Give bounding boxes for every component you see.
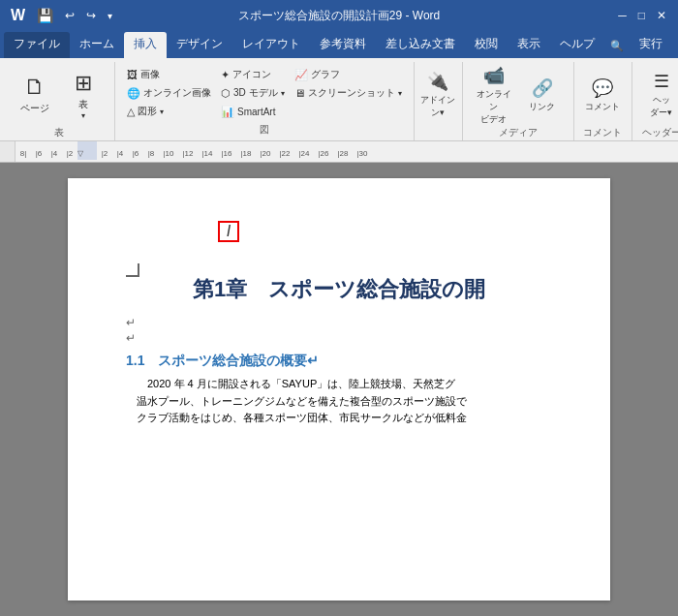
ribbon-group-pages: 🗋 ページ ⊞ 表 ▾ 表 — [4, 62, 115, 140]
comment-label: コメント — [585, 101, 620, 113]
illustrations-col1: 🖼 画像 🌐 オンライン画像 △ 図形 ▾ — [123, 66, 215, 120]
tab-insert[interactable]: 挿入 — [124, 32, 167, 58]
ribbon-group-addins-content: 🔌 アドインン▾ — [415, 62, 461, 135]
screenshot-icon: 🖥 — [294, 87, 305, 99]
ruler-mark: |18 — [236, 149, 256, 160]
body-text-line1: 2020 年 4 月に開設される「SAYUP」は、陸上競技場、天然芝グ — [126, 376, 552, 393]
ribbon-group-media: 📹 オンラインビデオ 🔗 リンク メディア — [463, 62, 574, 140]
shape-icon: △ — [127, 106, 135, 118]
ribbon-group-illustrations-label: 図 — [123, 121, 406, 140]
ruler-mark: |12 — [178, 149, 198, 160]
ribbon-group-comment-content: 💬 コメント — [579, 62, 626, 124]
chapter-heading[interactable]: 第1章 スポーツ総合施設の開 — [126, 275, 552, 304]
title-bar-left: W 💾 ↩ ↪ ▾ — [8, 5, 115, 26]
save-icon[interactable]: 💾 — [34, 6, 56, 25]
ruler-mark: |2 — [97, 149, 112, 160]
maximize-btn[interactable]: □ — [634, 9, 649, 22]
ribbon-group-header-label: ヘッダー — [640, 124, 678, 143]
title-bar-controls: ─ □ ✕ — [614, 9, 670, 22]
ribbon-group-comment: 💬 コメント コメント — [574, 62, 632, 140]
tab-mailings[interactable]: 差し込み文書 — [376, 32, 465, 58]
shape-label: 図形 — [138, 105, 157, 118]
ruler-scale: 8| |6 |4 |2 ▽ |2 |4 |6 |8 |10 |12 |14 |1… — [15, 141, 678, 162]
online-image-icon: 🌐 — [127, 87, 140, 100]
paragraph-mark-2: ↵ — [126, 331, 552, 345]
ribbon-group-header-content: ☰ ヘッダー▾ — [638, 62, 678, 124]
ruler-mark: |2 — [62, 149, 77, 160]
screenshot-label: スクリーンショット — [308, 86, 395, 100]
3d-label: 3D モデル — [233, 86, 278, 100]
online-image-btn[interactable]: 🌐 オンライン画像 — [123, 84, 215, 102]
link-icon: 🔗 — [532, 77, 553, 99]
tab-review[interactable]: 校閲 — [465, 32, 508, 58]
page-icon: 🗋 — [24, 75, 46, 100]
ribbon-group-addins: 🔌 アドインン▾ — [415, 62, 463, 140]
online-image-label: オンライン画像 — [143, 86, 211, 100]
3d-model-btn[interactable]: ⬡ 3D モデル ▾ — [217, 84, 289, 102]
tab-execute[interactable]: 実行 — [630, 32, 672, 58]
shape-btn[interactable]: △ 図形 ▾ — [123, 103, 215, 120]
chart-btn[interactable]: 📈 グラフ — [291, 66, 406, 83]
screenshot-btn[interactable]: 🖥 スクリーンショット ▾ — [291, 84, 406, 102]
screenshot-chevron: ▾ — [398, 89, 402, 98]
illustrations-col3: 📈 グラフ 🖥 スクリーンショット ▾ — [291, 66, 406, 102]
tab-view[interactable]: 表示 — [508, 32, 550, 58]
header-icon: ☰ — [654, 71, 669, 92]
addins-icon: 🔌 — [427, 71, 448, 92]
table-btn[interactable]: ⊞ 表 ▾ — [60, 66, 107, 124]
ribbon-group-addins-label — [422, 135, 454, 140]
body-text-line3: クラブ活動をはじめ、各種スポーツ団体、市民サークルなどが低料金 — [126, 410, 552, 427]
text-cursor-indicator: I — [218, 221, 239, 242]
link-btn[interactable]: 🔗 リンク — [519, 66, 566, 124]
chart-icon: 📈 — [294, 69, 308, 81]
addins-label: アドインン▾ — [420, 94, 455, 119]
table-label: 表 — [78, 98, 88, 111]
tab-layout[interactable]: レイアウト — [232, 32, 310, 58]
table-icon: ⊞ — [75, 71, 92, 96]
document-page[interactable]: I 第1章 スポーツ総合施設の開 ↵ ↵ 1.1 スポーツ総合施設の概要↵ 20… — [68, 178, 610, 601]
smartart-label: SmartArt — [237, 107, 275, 117]
online-video-btn[interactable]: 📹 オンラインビデオ — [471, 66, 517, 124]
smartart-btn[interactable]: 📊 SmartArt — [217, 103, 289, 120]
tab-help[interactable]: ヘルプ — [550, 32, 604, 58]
ribbon: 🗋 ページ ⊞ 表 ▾ 表 🖼 画像 🌐 オンライン画像 — [0, 58, 678, 141]
tab-references[interactable]: 参考資料 — [310, 32, 376, 58]
header-btn[interactable]: ☰ ヘッダー▾ — [638, 66, 678, 124]
ruler-mark: |26 — [314, 149, 333, 160]
ruler-mark: |20 — [256, 149, 275, 160]
tab-design[interactable]: デザイン — [167, 32, 232, 58]
body-text[interactable]: 2020 年 4 月に開設される「SAYUP」は、陸上競技場、天然芝グ 温水プー… — [126, 376, 552, 427]
body-text-line2: 温水プール、トレーニングジムなどを備えた複合型のスポーツ施設で — [126, 393, 552, 411]
customize-icon[interactable]: ▾ — [105, 9, 115, 23]
ruler-mark: |22 — [275, 149, 294, 160]
smartart-icon: 📊 — [221, 106, 234, 118]
ruler-indent: ▽ — [77, 141, 97, 160]
ribbon-tabs: ファイル ホーム 挿入 デザイン レイアウト 参考資料 差し込み文書 校閲 表示… — [0, 31, 678, 58]
link-label: リンク — [529, 101, 555, 113]
comment-btn[interactable]: 💬 コメント — [579, 66, 626, 124]
icons-btn[interactable]: ✦ アイコン — [217, 66, 289, 83]
tab-home[interactable]: ホーム — [70, 32, 124, 58]
ruler-end-cap — [0, 141, 15, 162]
addins-btn[interactable]: 🔌 アドインン▾ — [415, 66, 461, 124]
3d-icon: ⬡ — [221, 87, 231, 100]
undo-icon[interactable]: ↩ — [62, 7, 77, 24]
image-btn[interactable]: 🖼 画像 — [123, 66, 215, 83]
ribbon-group-media-content: 📹 オンラインビデオ 🔗 リンク — [471, 62, 566, 124]
close-btn[interactable]: ✕ — [653, 9, 670, 22]
minimize-btn[interactable]: ─ — [614, 9, 631, 22]
page-label: ページ — [20, 102, 49, 115]
ruler-mark: |24 — [294, 149, 314, 160]
title-bar-title: スポーツ総合施設の開設計画29 - Word — [238, 8, 440, 24]
ribbon-group-pages-label: 表 — [12, 124, 107, 143]
image-icon: 🖼 — [127, 69, 138, 80]
shape-chevron: ▾ — [160, 108, 164, 116]
word-icon: W — [8, 5, 28, 26]
search-icon[interactable]: 🔍 — [604, 36, 630, 58]
tab-file[interactable]: ファイル — [4, 32, 70, 58]
section-heading[interactable]: 1.1 スポーツ総合施設の概要↵ — [126, 353, 552, 370]
ruler-mark: |30 — [353, 149, 372, 160]
ruler-mark: |6 — [31, 149, 46, 160]
page-btn[interactable]: 🗋 ページ — [12, 66, 58, 124]
redo-icon[interactable]: ↪ — [83, 7, 99, 24]
